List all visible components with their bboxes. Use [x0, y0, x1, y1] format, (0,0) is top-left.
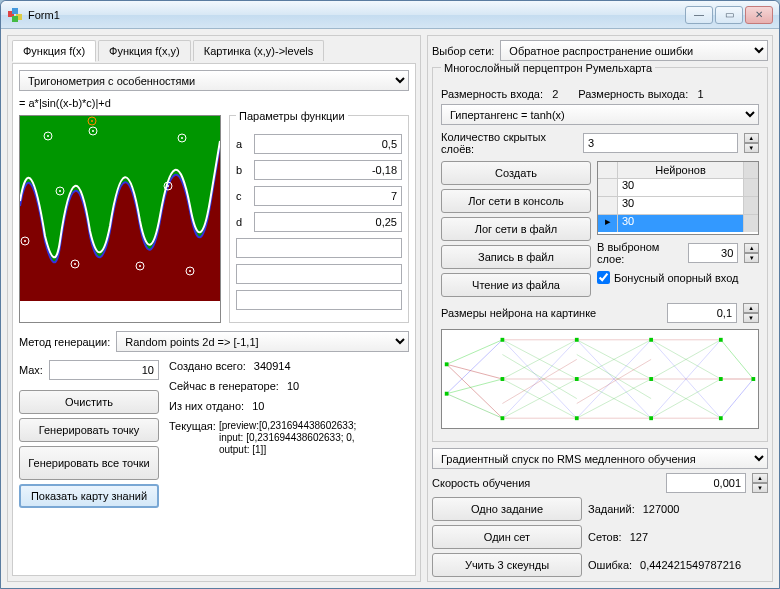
param-b-label: b — [236, 164, 254, 176]
params-group: Параметры функции a b c d — [229, 115, 409, 323]
current-value: [preview:[0,231694438602633; input: [0,2… — [219, 420, 379, 456]
param-b-input[interactable] — [254, 160, 402, 180]
svg-rect-71 — [575, 338, 579, 342]
svg-rect-67 — [445, 392, 449, 396]
create-button[interactable]: Создать — [441, 161, 591, 185]
spinner-up-icon[interactable]: ▲ — [743, 303, 759, 313]
one-set-button[interactable]: Один сет — [432, 525, 582, 549]
clear-button[interactable]: Очистить — [19, 390, 159, 414]
one-task-button[interactable]: Одно задание — [432, 497, 582, 521]
hidden-input[interactable] — [583, 133, 738, 153]
error-label: Ошибка: — [588, 559, 632, 571]
neuron-row-3[interactable]: 30 — [618, 215, 744, 232]
given-value: 10 — [252, 400, 264, 412]
max-input[interactable] — [49, 360, 159, 380]
svg-rect-79 — [719, 416, 723, 420]
svg-rect-76 — [649, 416, 653, 420]
param-empty-1[interactable] — [236, 238, 402, 258]
net-select[interactable]: Обратное распространение ошибки — [500, 40, 768, 61]
right-panel: Выбор сети: Обратное распространение оши… — [427, 35, 773, 582]
close-button[interactable]: ✕ — [745, 6, 773, 24]
net-select-label: Выбор сети: — [432, 45, 494, 57]
created-value: 340914 — [254, 360, 291, 372]
method-label: Метод генерации: — [19, 336, 110, 348]
svg-rect-66 — [445, 362, 449, 366]
log-file-button[interactable]: Лог сети в файл — [441, 217, 591, 241]
rate-spinner[interactable]: ▲▼ — [752, 473, 768, 493]
ingen-label: Сейчас в генераторе: — [169, 380, 279, 392]
app-icon — [7, 7, 23, 23]
neuron-row-1[interactable]: 30 — [618, 179, 744, 196]
nn-visualization — [441, 329, 759, 429]
show-map-button[interactable]: Показать карту знаний — [19, 484, 159, 508]
param-empty-3[interactable] — [236, 290, 402, 310]
spinner-up-icon[interactable]: ▲ — [744, 133, 759, 143]
rate-input[interactable] — [666, 473, 746, 493]
formula-text: = a*|sin((x-b)*c)|+d — [19, 97, 409, 109]
hidden-spinner[interactable]: ▲▼ — [744, 133, 759, 153]
svg-point-6 — [47, 135, 49, 137]
param-a-input[interactable] — [254, 134, 402, 154]
window-title: Form1 — [28, 9, 685, 21]
tab-func-x[interactable]: Функция f(x) — [12, 40, 96, 62]
function-select[interactable]: Тригонометрия с особенностями — [19, 70, 409, 91]
tasks-label: Заданий: — [588, 503, 635, 515]
gen-point-button[interactable]: Генерировать точку — [19, 418, 159, 442]
train-method-select[interactable]: Градиентный спуск по RMS медленного обуч… — [432, 448, 768, 469]
row-selector-icon: ▸ — [598, 215, 618, 232]
spinner-down-icon[interactable]: ▼ — [743, 313, 759, 323]
sel-layer-input[interactable] — [688, 243, 738, 263]
size-spinner[interactable]: ▲▼ — [743, 303, 759, 323]
param-empty-2[interactable] — [236, 264, 402, 284]
neuron-size-input[interactable] — [667, 303, 737, 323]
spinner-down-icon[interactable]: ▼ — [744, 143, 759, 153]
gen-all-button[interactable]: Генерировать все точки — [19, 446, 159, 480]
svg-rect-73 — [575, 416, 579, 420]
sets-label: Сетов: — [588, 531, 622, 543]
tab-func-xy[interactable]: Функция f(x,y) — [98, 40, 191, 61]
ingen-value: 10 — [287, 380, 299, 392]
sel-layer-spinner[interactable]: ▲▼ — [744, 243, 759, 263]
given-label: Из них отдано: — [169, 400, 244, 412]
svg-point-24 — [91, 120, 93, 122]
titlebar[interactable]: Form1 — ▭ ✕ — [1, 1, 779, 29]
method-select[interactable]: Random points 2d => [-1,1] — [116, 331, 409, 352]
write-file-button[interactable]: Запись в файл — [441, 245, 591, 269]
svg-rect-72 — [575, 377, 579, 381]
created-label: Создано всего: — [169, 360, 246, 372]
rate-label: Скорость обучения — [432, 477, 660, 489]
spinner-up-icon[interactable]: ▲ — [752, 473, 768, 483]
bonus-checkbox[interactable] — [597, 271, 610, 284]
spinner-down-icon[interactable]: ▼ — [752, 483, 768, 493]
error-value: 0,442421549787216 — [640, 559, 741, 571]
param-d-label: d — [236, 216, 254, 228]
minimize-button[interactable]: — — [685, 6, 713, 24]
neuron-table[interactable]: Нейронов 30 30 ▸30 — [597, 161, 759, 235]
svg-point-18 — [74, 263, 76, 265]
neuron-row-2[interactable]: 30 — [618, 197, 744, 214]
param-c-input[interactable] — [254, 186, 402, 206]
svg-point-20 — [139, 265, 141, 267]
function-graphic — [19, 115, 221, 323]
log-console-button[interactable]: Лог сети в консоль — [441, 189, 591, 213]
train-3s-button[interactable]: Учить 3 скеунды — [432, 553, 582, 577]
svg-rect-3 — [12, 16, 18, 22]
spinner-down-icon[interactable]: ▼ — [744, 253, 759, 263]
svg-rect-80 — [751, 377, 755, 381]
param-a-label: a — [236, 138, 254, 150]
max-label: Max: — [19, 364, 43, 376]
tasks-value: 127000 — [643, 503, 680, 515]
spinner-up-icon[interactable]: ▲ — [744, 243, 759, 253]
maximize-button[interactable]: ▭ — [715, 6, 743, 24]
net-group-title: Многослойный перцептрон Румельхарта — [441, 62, 655, 74]
svg-rect-75 — [649, 377, 653, 381]
activation-select[interactable]: Гипертангенс = tanh(x) — [441, 104, 759, 125]
dim-in-label: Размерность входа: — [441, 88, 543, 100]
read-file-button[interactable]: Чтение из файла — [441, 273, 591, 297]
app-window: Form1 — ▭ ✕ Функция f(x) Функция f(x,y) … — [0, 0, 780, 589]
svg-point-12 — [59, 190, 61, 192]
svg-point-16 — [24, 240, 26, 242]
sel-layer-label: В выброном слое: — [597, 241, 682, 265]
tab-image-levels[interactable]: Картинка (x,y)->levels — [193, 40, 324, 61]
param-d-input[interactable] — [254, 212, 402, 232]
